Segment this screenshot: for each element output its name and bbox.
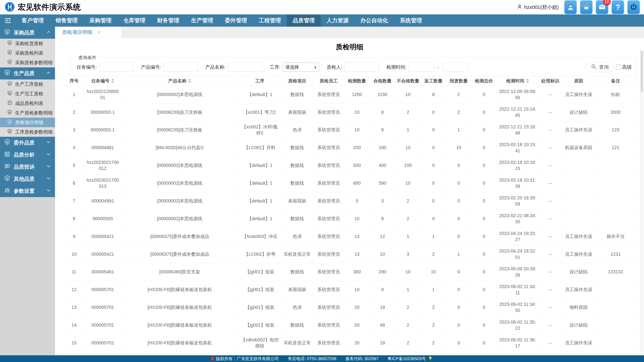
table-row[interactable]: 14000005701[HX200-FB]防爆链条输送包装机【jg001】组装数… [64,316,636,334]
table-row[interactable]: 4000004881[BM-003D]48云台托盘D【LC001】开料数据线系统… [64,139,636,157]
chevron-up-icon [46,70,51,77]
table-cell: 20 [344,299,370,317]
sidebar-item-production-finish-inspect[interactable]: 检 生产完工质检 [0,89,55,98]
footer-icp[interactable]: 粤ICP备10239503号 [388,356,426,362]
table-cell: 【default】1 [238,174,282,192]
sort-icon[interactable] [111,79,114,83]
table-cell: [00000002]本思电源线 [121,210,238,228]
table-cell: 2 [64,103,84,121]
sidebar-item-finished-inspect-list[interactable]: 成品质检列表 [0,98,55,108]
advanced-toggle[interactable]: 高级 [616,64,632,70]
collapse-menu-button[interactable] [0,14,16,27]
process-select[interactable]: 请选择 ∨ [283,63,319,72]
avatar-button[interactable] [564,0,576,14]
nav-item-purchase[interactable]: 采购管理 [84,14,118,27]
table-row[interactable]: 10000005421[00006375]委外成本叠加成品【LC002】折弯耳机… [64,245,636,263]
home-button[interactable] [580,0,592,14]
tab-close-icon[interactable]: × [97,29,100,35]
table-row[interactable]: 800000500[00000002]本思电源线【default】1数据线系统管… [64,210,636,228]
nav-item-system[interactable]: 系统管理 [394,14,428,27]
nav-item-engineering[interactable]: 工程管理 [253,14,287,27]
table-row[interactable]: 6hzx2023021700013[00000002]本思电源线【default… [64,174,636,192]
sidebar-item-inspect-project-detail[interactable]: 检 质检项目明细 [0,118,55,127]
table-row[interactable]: 5hzx2023021700012[00000002]本思电源线【default… [64,157,636,174]
col-inspect-time[interactable]: 检测时间 [497,76,539,86]
table-cell: -- [539,245,562,263]
sidebar-group-quality-analysis[interactable]: 品质分析 [0,149,55,161]
task-no-input[interactable] [99,63,134,72]
table-cell: 0 [446,263,471,281]
search-button[interactable]: 查询 [586,62,614,72]
nav-item-warehouse[interactable]: 仓库管理 [118,14,151,27]
sidebar-group-production-quality[interactable]: Q 生产品质 [0,67,55,79]
help-button[interactable]: ? [612,0,624,14]
logout-button[interactable] [628,0,640,14]
sidebar-item-purchase-receive-inspect[interactable]: 检 采购收货质检 [0,39,55,48]
table-row[interactable]: 12000005701[HX200-FB]防爆链条输送包装机【jg001】组装表… [64,281,636,299]
table-row[interactable]: 13000005701[HX200-FB]防爆链条输送包装机【jg001】组装色… [64,299,636,317]
table-cell: 10 [421,263,446,281]
sidebar-item-purchase-inspect-list[interactable]: 检 采购质检列表 [0,48,55,58]
table-cell: [00006239]连刀无铁板 [121,103,238,121]
chevron-down-icon [46,176,51,182]
table-header-row: 序号 任务编号 产品名称 工序 质检项目 质检员工 检测数量 合格数量 不合格数… [64,76,636,86]
vertical-scrollbar[interactable] [640,50,644,354]
sidebar-group-purchase-quality[interactable]: Q 采购品质 [0,27,55,39]
nav-item-production[interactable]: 生产管理 [185,14,219,27]
mail-button[interactable]: 10 [596,0,608,14]
sort-icon[interactable] [526,79,529,83]
nav-item-oa[interactable]: 办公自动化 [354,14,394,27]
table-cell: 20 [344,334,370,352]
inspect-time-to-input[interactable] [443,63,468,72]
table-row[interactable]: 11000005461[00006380]双安支架【jg001】组装数据线系统管… [64,263,636,281]
sort-icon[interactable] [188,79,191,83]
table-cell: 2023-02-21 08:34:35 [497,210,539,228]
sidebar-item-purchase-inspect-params[interactable]: 检 采购质检参数明细 [0,58,55,67]
sidebar-group-param-settings[interactable]: 参数设置 [0,185,55,197]
sidebar-group-outsource-quality[interactable]: Q 委外品质 [0,137,55,149]
scrollbar-thumb[interactable] [640,50,643,92]
product-no-input[interactable] [164,63,198,72]
table-cell: 00000002-1 [84,121,121,139]
table-row[interactable]: 7000004991[00000002]本思电源线【default】1表面瑕疵系… [64,192,636,210]
advanced-checkbox[interactable] [616,65,621,70]
sidebar-group-quality-complaint[interactable]: 诉 品质投诉 [0,161,55,173]
nav-item-hr[interactable]: 人力资源 [321,14,354,27]
table-cell: 【xc001】弯刀1 [238,103,282,121]
table-row[interactable]: 300000002-1[00006239]连刀无铁板【xc002】冷焊/氩焊2色… [64,121,636,139]
nav-item-quality[interactable]: 品质管理 [287,14,321,27]
sidebar-item-production-process-inspect[interactable]: 检 生产工序质检 [0,79,55,89]
table-row[interactable]: 1hzx202212080001[00000002]本思电源线【default】… [64,86,636,103]
table-row[interactable]: 15000005701[HX200-FB]防爆链条输送包装机【zdhsb002】… [64,334,636,352]
sidebar-item-production-inspect-params[interactable]: 检 生产质检参数明细 [0,108,55,118]
col-product-name[interactable]: 产品名称 [121,76,238,86]
col-task-no[interactable]: 任务编号 [84,76,121,86]
user-info[interactable]: hzx001(郑小姐) [517,4,559,11]
nav-item-sales[interactable]: 销售管理 [50,14,84,27]
sidebar-item-process-inspect-params[interactable]: 检 工序质检参数明细 [0,127,55,137]
table-cell: 10 [395,139,421,157]
tab-inspect-project-detail[interactable]: 质检项目明细 × [55,27,121,38]
table-cell: 0 [471,299,497,317]
table-cell: 000005701 [84,352,121,355]
table-cell: 300 [344,263,370,281]
sidebar-group-other-quality[interactable]: Q 其他品质 [0,173,55,185]
product-name-input[interactable] [228,63,262,72]
table-cell: 2022-12-21 15:16:48 [497,121,539,139]
col-remark: 备注 [595,76,636,86]
inspector-input[interactable] [344,63,379,72]
inspect-time-from-input[interactable] [409,63,434,72]
table-cell: 2 [395,316,421,334]
table-cell: 8 [370,103,395,121]
svg-text:检: 检 [8,51,11,54]
svg-text:检: 检 [8,130,11,133]
nav-item-outsource[interactable]: 委外管理 [219,14,253,27]
table-row[interactable]: 200000002-1[00006239]连刀无铁板【xc001】弯刀1表面瑕疵… [64,103,636,121]
table-cell: 2023-06-02 11:34:11 [497,281,539,299]
footer-bar: 版权所有：广东宏见软件有限公司 售后电话: 0755-36657208 服务代码… [0,355,644,362]
table-row[interactable]: 9000005421[00006375]委外成本叠加成品【hcdx003】冲压色… [64,228,636,245]
table-row[interactable]: 16000005701[HX200-FB]防爆链条输送包装机【zdhsb002】… [64,352,636,355]
nav-item-customer[interactable]: 客户管理 [16,14,50,27]
inspect-badge-icon: 检 [7,81,12,87]
nav-item-finance[interactable]: 财务管理 [151,14,185,27]
